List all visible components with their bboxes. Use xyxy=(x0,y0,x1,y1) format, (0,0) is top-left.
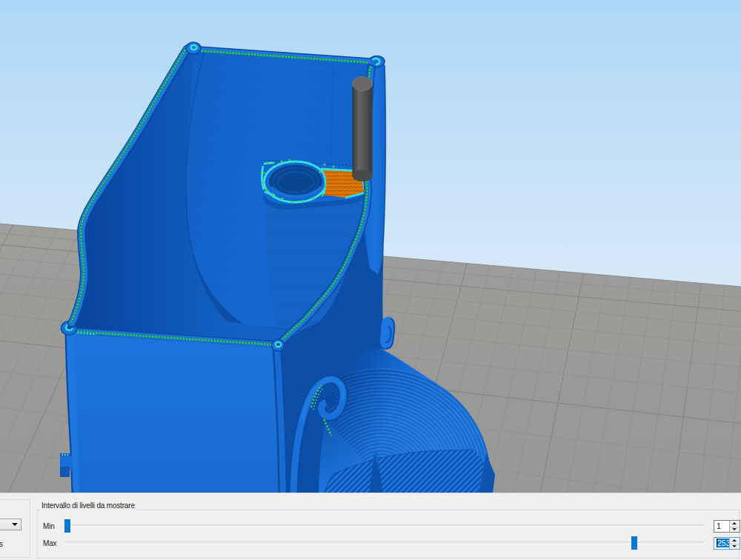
max-spin-buttons xyxy=(729,538,740,549)
model-platform xyxy=(260,159,368,210)
cut-label-fragment: s xyxy=(0,540,3,548)
min-slider-track[interactable] xyxy=(64,524,704,527)
viewport-3d[interactable] xyxy=(0,0,741,493)
min-spinbox[interactable]: 1 xyxy=(714,520,740,533)
max-slider-thumb[interactable] xyxy=(631,536,637,550)
max-spin-down-button[interactable] xyxy=(730,544,740,550)
down-arrow-icon xyxy=(732,545,737,547)
up-arrow-icon xyxy=(732,539,737,541)
viewport-canvas xyxy=(0,0,741,493)
chevron-down-icon xyxy=(12,523,18,526)
max-spinbox[interactable]: 253 xyxy=(714,537,740,550)
min-spin-down-button[interactable] xyxy=(730,527,740,533)
min-spin-buttons xyxy=(729,521,740,532)
model-lower-box xyxy=(60,321,287,493)
max-slider[interactable] xyxy=(64,536,704,550)
rim-knob-lower-right xyxy=(272,339,285,351)
model-pin-cylinder xyxy=(353,77,373,182)
application-window: s Intervallo di livelli da mostrare Min … xyxy=(0,0,741,560)
layer-range-title: Intervallo di livelli da mostrare xyxy=(40,501,136,510)
wave-edge-bump xyxy=(380,316,395,349)
layer-view-dropdown[interactable] xyxy=(0,519,21,530)
rim-knob-top-left xyxy=(186,42,201,54)
max-label: Max xyxy=(43,539,56,547)
min-slider-thumb[interactable] xyxy=(64,519,70,533)
min-label: Min xyxy=(43,522,55,530)
down-arrow-icon xyxy=(732,528,737,530)
layer-range-groupbox: Intervallo di livelli da mostrare xyxy=(37,510,740,559)
min-slider[interactable] xyxy=(64,519,704,533)
min-spin-value: 1 xyxy=(717,521,721,531)
layer-preview-panel: s Intervallo di livelli da mostrare Min … xyxy=(0,493,741,560)
max-slider-track[interactable] xyxy=(64,541,704,544)
up-arrow-icon xyxy=(732,522,737,524)
rim-knob-top-right xyxy=(369,56,385,67)
